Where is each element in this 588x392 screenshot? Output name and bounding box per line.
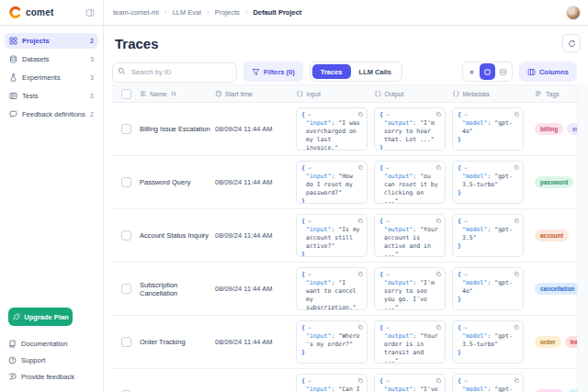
tag[interactable]: password	[535, 176, 573, 188]
column-header-start-time[interactable]: Start time	[215, 90, 296, 97]
tag[interactable]: escalation	[567, 123, 577, 135]
tag[interactable]: order	[535, 336, 561, 348]
row-checkbox[interactable]	[121, 124, 131, 134]
copy-icon[interactable]	[435, 271, 442, 277]
tab-traces[interactable]: Traces	[312, 64, 351, 79]
chevron-down-icon[interactable]	[307, 273, 312, 277]
output-cell[interactable]: { "output": "I've submitted your refund …	[374, 374, 446, 392]
copy-icon[interactable]	[357, 164, 364, 171]
copy-icon[interactable]	[514, 111, 520, 118]
chevron-down-icon[interactable]	[385, 273, 390, 277]
sort-icon[interactable]	[170, 90, 177, 97]
table-row[interactable]: Order Tracking 08/09/24 11:44 AM { "inpu…	[112, 316, 577, 369]
sidebar-collapse-icon[interactable]	[85, 8, 95, 17]
input-cell[interactable]: { "input": "I want to cancel my subscrip…	[296, 267, 368, 310]
chevron-down-icon[interactable]	[307, 113, 312, 118]
sidebar-item-tests[interactable]: Tests 3	[5, 88, 98, 104]
copy-icon[interactable]	[357, 111, 364, 118]
sidebar-item-datasets[interactable]: Datasets 3	[5, 51, 98, 67]
copy-icon[interactable]	[435, 164, 442, 171]
copy-icon[interactable]	[514, 324, 520, 330]
sidebar-item-feedback-definitions[interactable]: Feedback definitions 2	[5, 106, 98, 122]
copy-icon[interactable]	[357, 218, 364, 224]
tag[interactable]: billing	[535, 123, 563, 135]
select-all-checkbox[interactable]	[121, 89, 131, 99]
row-checkbox[interactable]	[121, 284, 131, 294]
copy-icon[interactable]	[514, 164, 520, 171]
trace-name[interactable]: Billing Issue Escalation	[140, 125, 210, 133]
metadata-cell[interactable]: { "model": "gpt-3.5-turbo" }	[452, 320, 524, 364]
copy-icon[interactable]	[357, 377, 364, 384]
copy-icon[interactable]	[514, 218, 520, 224]
trace-name[interactable]: Account Status Inquiry	[140, 231, 209, 240]
table-row[interactable]: Refund Request 08/09/24 11:44 AM { "inpu…	[112, 369, 577, 392]
upgrade-plan-button[interactable]: Upgrade Plan	[8, 308, 73, 326]
copy-icon[interactable]	[435, 218, 442, 224]
table-row[interactable]: Billing Issue Escalation 08/09/24 11:44 …	[112, 103, 577, 156]
copy-icon[interactable]	[357, 324, 364, 330]
density-large-button[interactable]	[495, 63, 511, 80]
density-compact-button[interactable]	[464, 63, 480, 80]
column-header-input[interactable]: {} Input	[296, 90, 374, 97]
input-cell[interactable]: { "input": "Where's my order?" }	[296, 320, 368, 364]
copy-icon[interactable]	[357, 271, 364, 277]
metadata-cell[interactable]: { "model": "gpt-4o" }	[452, 267, 524, 310]
copy-icon[interactable]	[435, 324, 442, 330]
sidebar-item-experiments[interactable]: Experiments 3	[5, 70, 98, 85]
trace-name[interactable]: Order Tracking	[140, 338, 186, 346]
input-cell[interactable]: { "input": "Can I get a refund for my la…	[296, 374, 368, 392]
sidebar-item-documentation[interactable]: Documentation	[8, 335, 95, 352]
chevron-down-icon[interactable]	[463, 273, 469, 277]
column-header-tags[interactable]: Tags	[530, 90, 577, 97]
chevron-down-icon[interactable]	[463, 326, 469, 330]
metadata-cell[interactable]: { "model": "gpt-3.5-turbo" }	[452, 161, 524, 204]
output-cell[interactable]: { "output": "ou can reset it by clicking…	[374, 161, 446, 204]
chevron-down-icon[interactable]	[307, 219, 312, 224]
row-checkbox[interactable]	[121, 230, 131, 241]
chevron-down-icon[interactable]	[385, 113, 390, 118]
copy-icon[interactable]	[514, 271, 520, 277]
tab-llm-calls[interactable]: LLM Calls	[351, 64, 400, 79]
breadcrumb-item[interactable]: Projects	[215, 8, 240, 17]
density-medium-button[interactable]	[480, 63, 495, 80]
chevron-down-icon[interactable]	[463, 113, 469, 118]
copy-icon[interactable]	[435, 111, 442, 118]
sidebar-item-support[interactable]: Support	[8, 352, 95, 368]
chevron-down-icon[interactable]	[385, 379, 390, 384]
table-row[interactable]: Subscription Cancellation 08/09/24 11:44…	[112, 263, 577, 316]
column-header-metadata[interactable]: {} Metadata	[452, 90, 530, 97]
output-cell[interactable]: { "output": "Your order is in transit an…	[374, 320, 446, 364]
trace-name[interactable]: Subscription Cancellation	[140, 281, 211, 297]
copy-icon[interactable]	[435, 377, 442, 384]
chevron-down-icon[interactable]	[307, 326, 312, 330]
column-header-name[interactable]: Name	[140, 90, 215, 97]
row-checkbox[interactable]	[121, 337, 131, 347]
input-cell[interactable]: { "input": "How do I reset my password?"…	[296, 161, 368, 204]
chevron-down-icon[interactable]	[463, 379, 469, 384]
trace-name[interactable]: Password Query	[140, 178, 190, 186]
chevron-down-icon[interactable]	[307, 379, 312, 384]
metadata-cell[interactable]: { "model": "gpt-3.5" }	[452, 374, 524, 392]
output-cell[interactable]: { "output": "I'm sorry to hear that. Let…	[374, 107, 446, 151]
chevron-down-icon[interactable]	[385, 326, 390, 330]
metadata-cell[interactable]: { "model": "gpt-3.5" }	[452, 214, 524, 257]
table-row[interactable]: Password Query 08/09/24 11:44 AM { "inpu…	[112, 156, 577, 209]
columns-button[interactable]: Columns	[519, 62, 577, 82]
column-header-output[interactable]: {} Output	[374, 90, 452, 97]
sidebar-item-projects[interactable]: Projects 2	[5, 33, 98, 49]
chevron-down-icon[interactable]	[463, 219, 469, 224]
chevron-down-icon[interactable]	[463, 166, 469, 171]
refresh-button[interactable]	[562, 34, 581, 52]
output-cell[interactable]: { "output": "Your account is active and …	[374, 214, 446, 257]
chevron-down-icon[interactable]	[307, 166, 312, 171]
metadata-cell[interactable]: { "model": "gpt-4o" }	[452, 107, 524, 151]
tag[interactable]: cancellation	[535, 283, 577, 295]
copy-icon[interactable]	[514, 377, 520, 384]
search-input[interactable]	[112, 62, 237, 83]
input-cell[interactable]: { "input": "I was overcharged on my last…	[296, 107, 368, 151]
output-cell[interactable]: { "output": "I'm sorry to see you go. I'…	[374, 267, 446, 310]
breadcrumb-item[interactable]: team-comet-ml	[113, 8, 159, 17]
table-row[interactable]: Account Status Inquiry 08/09/24 11:44 AM…	[112, 209, 577, 263]
input-cell[interactable]: { "input": "Is my account still active?"…	[296, 214, 368, 257]
row-checkbox[interactable]	[121, 177, 131, 187]
